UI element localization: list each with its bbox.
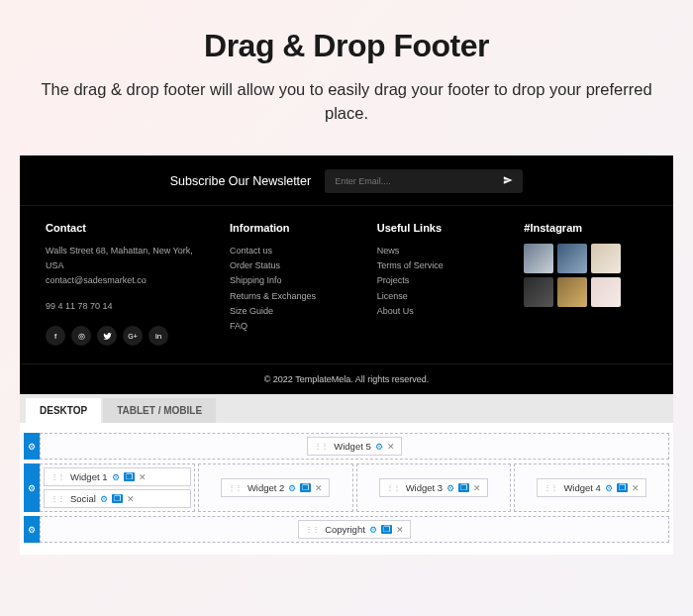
widget-block[interactable]: ⋮⋮ Widget 4 ⚙ ❐ ✕	[537, 478, 646, 497]
builder-cell[interactable]: ⋮⋮ Widget 4 ⚙ ❐ ✕	[514, 463, 669, 512]
info-link[interactable]: Shipping Info	[230, 273, 353, 288]
send-icon[interactable]	[503, 175, 513, 187]
widget-label: Widget 4	[563, 482, 601, 493]
footer-preview: Subscribe Our Newsletter Contact Walls S…	[20, 155, 673, 394]
useful-link[interactable]: News	[377, 244, 501, 258]
useful-link[interactable]: About Us	[377, 304, 501, 319]
useful-link[interactable]: License	[377, 289, 501, 304]
newsletter-form	[325, 169, 523, 193]
information-heading: Information	[230, 222, 353, 234]
close-icon[interactable]: ✕	[396, 525, 404, 535]
instagram-thumb[interactable]	[591, 277, 621, 307]
footer-col-instagram: #Instagram	[524, 222, 647, 346]
widget-block[interactable]: ⋮⋮ Widget 3 ⚙ ❐ ✕	[379, 478, 489, 497]
duplicate-icon[interactable]: ❐	[300, 483, 311, 492]
duplicate-icon[interactable]: ❐	[458, 483, 469, 492]
newsletter-bar: Subscribe Our Newsletter	[20, 155, 673, 206]
newsletter-email-input[interactable]	[335, 176, 473, 186]
drag-icon[interactable]: ⋮⋮	[314, 442, 328, 451]
linkedin-icon[interactable]: in	[148, 326, 168, 346]
googleplus-icon[interactable]: G+	[123, 326, 143, 346]
page-subtitle: The drag & drop footer will allow you to…	[40, 78, 653, 126]
instagram-thumb[interactable]	[557, 244, 587, 273]
gear-icon[interactable]: ⚙	[112, 472, 120, 482]
twitter-icon[interactable]	[97, 326, 117, 346]
builder-cell[interactable]: ⋮⋮ Copyright ⚙ ❐ ✕	[40, 516, 669, 543]
info-link[interactable]: Contact us	[230, 244, 353, 258]
contact-phone: 99 4 11 78 70 14	[46, 299, 206, 314]
gear-icon[interactable]: ⚙	[375, 442, 383, 452]
drag-icon[interactable]: ⋮⋮	[228, 483, 242, 492]
close-icon[interactable]: ✕	[473, 483, 481, 493]
contact-address: Walls Street 68, Mahattan, New York, USA	[46, 244, 206, 274]
row-handle[interactable]: ⚙	[24, 516, 40, 543]
duplicate-icon[interactable]: ❐	[112, 494, 123, 503]
contact-email: contact@sadesmarket.co	[46, 273, 206, 288]
footer-builder: DESKTOP TABLET / MOBILE ⚙ ⋮⋮ Widget 5 ⚙ …	[20, 394, 673, 555]
close-icon[interactable]: ✕	[139, 472, 147, 482]
gear-icon[interactable]: ⚙	[100, 494, 108, 504]
instagram-heading: #Instagram	[524, 222, 647, 234]
builder-cell[interactable]: ⋮⋮ Widget 3 ⚙ ❐ ✕	[356, 463, 512, 512]
widget-label: Widget 2	[248, 482, 285, 493]
useful-link[interactable]: Projects	[377, 273, 501, 288]
widget-label: Widget 1	[70, 471, 108, 482]
instagram-thumb[interactable]	[557, 277, 587, 307]
drag-icon[interactable]: ⋮⋮	[305, 525, 319, 534]
duplicate-icon[interactable]: ❐	[381, 525, 392, 534]
gear-icon[interactable]: ⚙	[605, 483, 613, 493]
widget-block[interactable]: ⋮⋮ Widget 2 ⚙ ❐ ✕	[221, 478, 331, 497]
gear-icon[interactable]: ⚙	[288, 483, 296, 493]
footer-col-information: Information Contact us Order Status Ship…	[230, 222, 353, 346]
widget-block[interactable]: ⋮⋮ Widget 1 ⚙ ❐ ✕	[44, 467, 191, 486]
close-icon[interactable]: ✕	[387, 442, 395, 452]
drag-icon[interactable]: ⋮⋮	[50, 472, 64, 481]
facebook-icon[interactable]: f	[46, 326, 65, 346]
info-link[interactable]: Size Guide	[230, 304, 353, 319]
footer-col-contact: Contact Walls Street 68, Mahattan, New Y…	[46, 222, 206, 346]
widget-block[interactable]: ⋮⋮ Social ⚙ ❐ ✕	[44, 489, 191, 508]
gear-icon[interactable]: ⚙	[446, 483, 454, 493]
duplicate-icon[interactable]: ❐	[617, 483, 628, 492]
instagram-thumb[interactable]	[524, 244, 553, 273]
widget-label: Copyright	[325, 524, 365, 535]
row-handle[interactable]: ⚙	[24, 433, 40, 460]
widget-label: Widget 5	[334, 441, 371, 452]
drag-icon[interactable]: ⋮⋮	[544, 483, 557, 492]
instagram-icon[interactable]: ◎	[71, 326, 91, 346]
useful-link[interactable]: Terms of Service	[377, 258, 501, 273]
close-icon[interactable]: ✕	[315, 483, 323, 493]
footer-copyright: © 2022 TemplateMela. All rights reserved…	[20, 363, 673, 394]
builder-cell[interactable]: ⋮⋮ Widget 5 ⚙ ✕	[40, 433, 669, 460]
page-title: Drag & Drop Footer	[40, 28, 653, 64]
close-icon[interactable]: ✕	[127, 494, 135, 504]
duplicate-icon[interactable]: ❐	[124, 472, 135, 481]
gear-icon[interactable]: ⚙	[369, 525, 377, 535]
widget-block[interactable]: ⋮⋮ Copyright ⚙ ❐ ✕	[298, 520, 411, 539]
instagram-thumb[interactable]	[524, 277, 553, 307]
info-link[interactable]: Order Status	[230, 258, 353, 273]
tab-desktop[interactable]: DESKTOP	[26, 398, 101, 423]
builder-cell[interactable]: ⋮⋮ Widget 2 ⚙ ❐ ✕	[198, 463, 353, 512]
newsletter-label: Subscribe Our Newsletter	[170, 174, 311, 188]
footer-col-useful: Useful Links News Terms of Service Proje…	[377, 222, 501, 346]
widget-block[interactable]: ⋮⋮ Widget 5 ⚙ ✕	[307, 437, 402, 456]
info-link[interactable]: FAQ	[230, 319, 353, 334]
widget-label: Widget 3	[406, 482, 444, 493]
useful-heading: Useful Links	[377, 222, 501, 234]
drag-icon[interactable]: ⋮⋮	[386, 483, 400, 492]
builder-cell[interactable]: ⋮⋮ Widget 1 ⚙ ❐ ✕ ⋮⋮ Social ⚙ ❐ ✕	[40, 463, 195, 512]
widget-label: Social	[70, 493, 96, 504]
instagram-thumb[interactable]	[591, 244, 621, 273]
close-icon[interactable]: ✕	[632, 483, 640, 493]
info-link[interactable]: Returns & Exchanges	[230, 289, 353, 304]
contact-heading: Contact	[46, 222, 206, 234]
drag-icon[interactable]: ⋮⋮	[50, 494, 64, 503]
tab-tablet-mobile[interactable]: TABLET / MOBILE	[103, 398, 216, 423]
row-handle[interactable]: ⚙	[24, 463, 40, 512]
